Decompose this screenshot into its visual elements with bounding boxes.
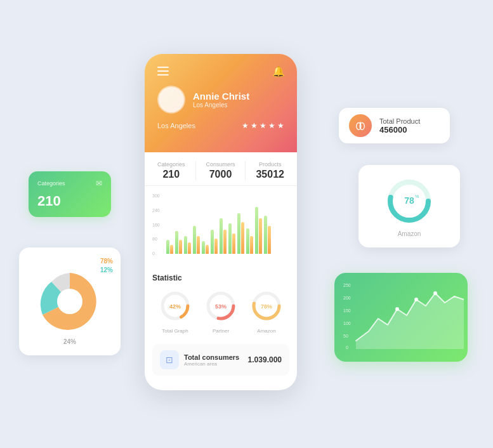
bar	[228, 223, 232, 254]
donut-amazon-small: 78% Amazon	[249, 289, 284, 334]
star-2: ★	[251, 121, 258, 130]
bar	[170, 245, 173, 254]
bar-group-10	[246, 228, 253, 254]
star-1: ★	[242, 121, 249, 130]
star-5: ★	[277, 121, 284, 130]
donut-label-total-graph: Total Graph	[158, 328, 192, 334]
bar-group-7	[220, 218, 227, 254]
stat-categories: Categories 210	[157, 161, 185, 180]
stat-products: Products 35012	[256, 161, 284, 180]
bar	[246, 228, 249, 254]
bar	[166, 240, 169, 254]
bar-group-8	[228, 223, 235, 254]
stat-consumers: Consumers 7000	[206, 161, 235, 180]
bar-group-4	[193, 226, 200, 254]
bar-chart-container: 300 240 160 80 0	[152, 194, 289, 263]
profile-section: Annie Christ Los Angeles	[157, 86, 284, 114]
amazon-donut-large: 78 %	[384, 176, 435, 227]
svg-point-24	[414, 298, 418, 301]
pie-pct-78: 78%	[100, 258, 113, 265]
product-title: Total Product	[379, 117, 420, 125]
stat-consumers-value: 7000	[206, 169, 235, 180]
bar	[237, 213, 240, 254]
stat-products-label: Products	[256, 161, 284, 168]
avatar	[157, 86, 185, 114]
categories-value: 210	[37, 193, 102, 209]
amazon-card-label: Amazon	[398, 230, 421, 237]
bar-group-9	[237, 213, 244, 254]
donut-partner: 53% Partner	[204, 289, 238, 334]
consumers-icon: ⊡	[160, 350, 179, 369]
y-label-80: 80	[152, 237, 160, 241]
consumers-title: Total consumers	[184, 353, 239, 361]
donut-total-graph: 42% Total Graph	[158, 289, 192, 334]
donut-label-partner: Partner	[204, 328, 238, 334]
canvas: 🔔 Annie Christ Los Angeles Los Angeles ★…	[0, 0, 493, 448]
bar-group-6	[211, 230, 218, 254]
header-top: 🔔	[157, 65, 284, 77]
bell-icon[interactable]: 🔔	[273, 65, 284, 77]
location-stars-row: Los Angeles ★ ★ ★ ★ ★	[157, 121, 284, 130]
stars-row: ★ ★ ★ ★ ★	[242, 121, 284, 130]
svg-text:%: %	[415, 194, 419, 199]
bars-area	[166, 194, 289, 254]
bar	[184, 236, 187, 254]
card-total-product: Total Product 456000	[339, 108, 450, 143]
star-4: ★	[268, 121, 275, 130]
bar	[255, 207, 258, 254]
svg-text:50: 50	[343, 334, 348, 338]
bar	[202, 241, 205, 254]
consumers-text: Total consumers American area	[184, 353, 239, 367]
consumers-value: 1.039.000	[248, 355, 282, 364]
donut-svg-42: 42%	[158, 289, 192, 323]
bar	[268, 226, 271, 254]
bar-group-1	[166, 240, 173, 254]
bar-group-5	[202, 241, 209, 254]
svg-text:250: 250	[343, 283, 351, 287]
donut-label-amazon: Amazon	[249, 328, 284, 334]
svg-text:150: 150	[343, 308, 351, 313]
bar	[241, 222, 244, 254]
stats-row: Categories 210 Consumers 7000 Products 3…	[145, 152, 297, 186]
bar	[197, 236, 200, 254]
bar	[193, 226, 196, 254]
svg-text:42%: 42%	[169, 303, 181, 310]
green-area-chart: 250 200 150 100 50 0 Amazon Ebay Amazon	[343, 280, 464, 350]
bar-group-2	[175, 231, 182, 254]
product-info: Total Product 456000	[379, 117, 420, 135]
svg-point-25	[433, 291, 437, 295]
consumers-subtitle: American area	[184, 361, 239, 367]
consumers-row: ⊡ Total consumers American area 1.039.00…	[152, 344, 289, 376]
svg-text:78%: 78%	[261, 303, 272, 310]
card-pie: 78% 12% 24%	[19, 247, 121, 355]
bar	[179, 240, 182, 254]
statistic-section: Statistic 42% Total Graph 53%	[145, 267, 297, 344]
bar-group-11	[255, 207, 262, 254]
pie-chart-svg	[35, 267, 105, 336]
user-subtitle: Los Angeles	[193, 102, 249, 109]
card-amazon: 78 % Amazon	[358, 165, 460, 247]
card-chart-green: 250 200 150 100 50 0 Amazon Ebay Amazon	[334, 273, 468, 362]
bar	[206, 245, 209, 254]
categories-title: Categories	[37, 180, 65, 187]
bar	[211, 230, 214, 254]
donut-svg-78: 78%	[249, 289, 284, 323]
y-label-240: 240	[152, 208, 160, 213]
bar	[250, 236, 253, 254]
card-categories: Categories ✉ 210	[29, 171, 111, 217]
product-value: 456000	[379, 125, 420, 135]
bar	[223, 230, 227, 254]
svg-point-23	[395, 307, 399, 311]
stat-categories-label: Categories	[157, 161, 185, 168]
phone-header: 🔔 Annie Christ Los Angeles Los Angeles ★…	[145, 54, 297, 152]
stat-divider-1	[195, 161, 196, 180]
menu-icon[interactable]	[157, 67, 169, 76]
bar	[214, 239, 218, 254]
svg-text:78: 78	[404, 195, 414, 206]
bar	[264, 216, 267, 254]
stat-divider-2	[245, 161, 246, 180]
pie-pct-24: 24%	[63, 338, 76, 345]
donut-svg-53: 53%	[204, 289, 238, 323]
stat-consumers-label: Consumers	[206, 161, 235, 168]
bar	[175, 231, 178, 254]
